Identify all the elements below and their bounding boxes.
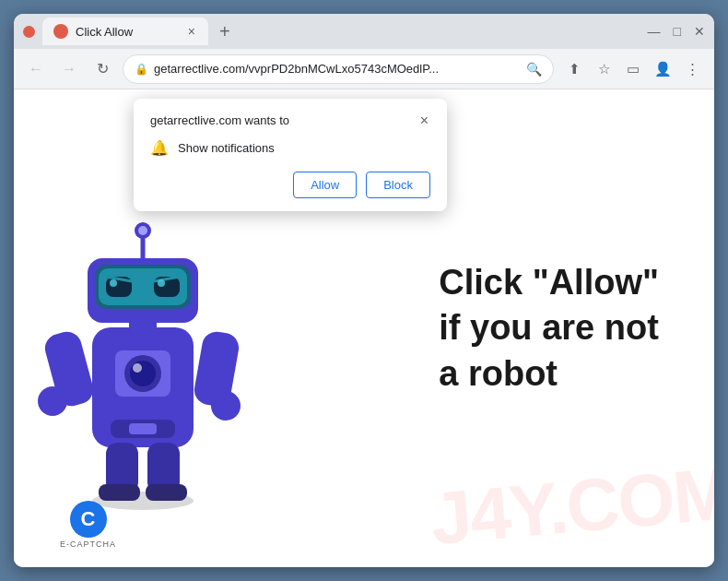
close-window-button[interactable]: ✕: [694, 24, 705, 39]
reload-button[interactable]: ↻: [89, 56, 115, 82]
menu-button[interactable]: ⋮: [679, 56, 705, 82]
svg-point-22: [38, 386, 67, 416]
popup-buttons: Allow Block: [150, 172, 430, 198]
minimize-button[interactable]: —: [648, 24, 661, 39]
tab-title: Click Allow: [76, 25, 133, 39]
svg-point-16: [110, 279, 117, 287]
svg-rect-3: [129, 423, 157, 434]
back-button[interactable]: ←: [23, 56, 49, 82]
bell-icon: 🔔: [150, 139, 169, 157]
main-text-line2: if you are not: [439, 305, 659, 350]
block-button[interactable]: Block: [366, 172, 430, 198]
sidebar-button[interactable]: ▭: [620, 56, 646, 82]
allow-button[interactable]: Allow: [293, 172, 357, 198]
lock-icon: 🔒: [135, 63, 148, 76]
browser-window: Click Allow × + — □ ✕ ← → ↻ 🔒 getarrectl…: [14, 14, 714, 567]
popup-title: getarrectlive.com wants to: [150, 113, 289, 127]
forward-button[interactable]: →: [56, 56, 82, 82]
svg-point-24: [211, 391, 241, 421]
window-control-red: [23, 26, 35, 38]
profile-button[interactable]: 👤: [650, 56, 675, 82]
toolbar: ← → ↻ 🔒 getarrectlive.com/vvprPD2bnMCwLx…: [14, 49, 714, 89]
share-button[interactable]: ⬆: [561, 56, 587, 82]
svg-point-17: [158, 279, 165, 287]
page-content: getarrectlive.com wants to × 🔔 Show noti…: [14, 89, 714, 567]
window-controls: — □ ✕: [648, 24, 705, 39]
main-text-line3: a robot: [439, 351, 659, 397]
main-message: Click "Allow" if you are not a robot: [439, 260, 659, 397]
svg-point-6: [130, 361, 156, 386]
new-tab-button[interactable]: +: [212, 21, 238, 42]
svg-point-20: [138, 226, 147, 235]
popup-permission-row: 🔔 Show notifications: [150, 139, 430, 157]
main-text-line1: Click "Allow": [439, 260, 659, 305]
ecaptcha-icon: C: [70, 501, 107, 538]
address-text: getarrectlive.com/vvprPD2bnMCwLxo5743cMO…: [154, 62, 521, 76]
tab-favicon: [53, 24, 68, 39]
robot-illustration: [32, 180, 290, 530]
maximize-button[interactable]: □: [674, 24, 681, 39]
notification-popup: getarrectlive.com wants to × 🔔 Show noti…: [134, 99, 447, 211]
svg-rect-27: [99, 484, 140, 501]
ecaptcha-label: E-CAPTCHA: [60, 540, 116, 549]
tab-area: Click Allow × +: [42, 18, 640, 45]
svg-rect-28: [146, 484, 187, 501]
active-tab[interactable]: Click Allow ×: [42, 18, 208, 45]
bookmark-button[interactable]: ☆: [591, 56, 616, 82]
popup-close-button[interactable]: ×: [418, 113, 430, 128]
svg-point-7: [133, 363, 142, 373]
title-bar: Click Allow × + — □ ✕: [14, 14, 714, 49]
tab-close-button[interactable]: ×: [186, 24, 197, 39]
ecaptcha-logo: C E-CAPTCHA: [60, 501, 116, 549]
address-bar[interactable]: 🔒 getarrectlive.com/vvprPD2bnMCwLxo5743c…: [123, 54, 554, 84]
popup-header: getarrectlive.com wants to ×: [150, 113, 430, 128]
toolbar-actions: ⬆ ☆ ▭ 👤 ⋮: [561, 56, 705, 82]
watermark: J4Y.COM: [427, 451, 714, 562]
search-icon[interactable]: 🔍: [526, 62, 542, 77]
permission-label: Show notifications: [178, 141, 275, 155]
